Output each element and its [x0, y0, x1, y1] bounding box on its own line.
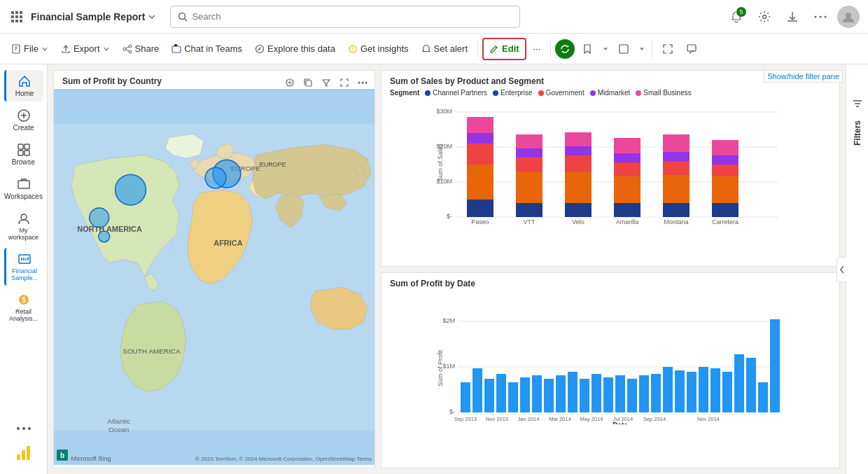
- svg-rect-125: [603, 377, 613, 412]
- comment-button[interactable]: [680, 38, 703, 60]
- sidebar-item-retail[interactable]: $ Retail Analysis...: [4, 288, 43, 326]
- svg-rect-133: [699, 367, 708, 412]
- insights-button[interactable]: Get insights: [342, 38, 414, 60]
- svg-point-17: [129, 45, 132, 48]
- sidebar-create-label: Create: [13, 124, 34, 132]
- fullscreen-button[interactable]: [657, 38, 679, 60]
- svg-rect-44: [17, 454, 20, 460]
- svg-point-37: [21, 214, 27, 220]
- top-bar-right: 5: [725, 6, 860, 28]
- map-bubble-usa-west[interactable]: [90, 208, 109, 228]
- svg-rect-137: [746, 358, 756, 412]
- svg-text:$30M: $30M: [436, 108, 452, 115]
- svg-text:$1M: $1M: [442, 363, 455, 370]
- download-button[interactable]: [781, 6, 804, 28]
- toolbar-more-button[interactable]: ···: [528, 38, 547, 60]
- sidebar-item-financial[interactable]: Financial Sample...: [4, 248, 43, 286]
- svg-rect-81: [565, 203, 592, 217]
- map-filter-button[interactable]: [318, 75, 334, 90]
- svg-rect-115: [484, 379, 494, 412]
- file-button[interactable]: File: [6, 38, 54, 60]
- svg-rect-124: [592, 374, 601, 412]
- legend-government: Government: [538, 89, 584, 97]
- map-bubble-usa-sw[interactable]: [99, 231, 110, 242]
- sidebar-item-my-workspace[interactable]: My workspace: [4, 207, 43, 245]
- svg-text:May 2014: May 2014: [580, 416, 603, 422]
- sales-chart-panel: Sum of Sales by Product and Segment Segm…: [381, 70, 840, 267]
- svg-rect-131: [675, 370, 685, 412]
- export-button[interactable]: Export: [55, 38, 115, 60]
- svg-text:Sum of Profit: Sum of Profit: [437, 349, 444, 386]
- map-focus-button[interactable]: [282, 75, 298, 90]
- svg-rect-78: [516, 148, 542, 158]
- svg-point-11: [763, 15, 766, 18]
- svg-rect-46: [27, 446, 30, 460]
- right-charts: Sum of Sales by Product and Segment Segm…: [381, 70, 840, 468]
- filters-label[interactable]: Filters: [853, 120, 862, 146]
- filter-bars-icon[interactable]: [852, 98, 863, 109]
- svg-rect-102: [712, 155, 738, 165]
- svg-text:Nov 2014: Nov 2014: [697, 416, 720, 422]
- search-input[interactable]: [192, 11, 512, 22]
- settings-button[interactable]: [753, 6, 776, 28]
- svg-text:AFRICA: AFRICA: [214, 239, 242, 247]
- collapse-filter-button[interactable]: [836, 257, 846, 282]
- svg-rect-95: [663, 161, 690, 175]
- view-button[interactable]: [612, 38, 635, 60]
- svg-text:$: $: [22, 296, 26, 304]
- svg-rect-36: [18, 181, 29, 188]
- notification-badge: 5: [736, 7, 746, 17]
- svg-rect-129: [651, 374, 661, 412]
- toolbar: File Export Share Chat in Teams Explore …: [0, 34, 868, 64]
- sidebar-item-workspaces[interactable]: Workspaces: [4, 173, 43, 204]
- sidebar-item-create[interactable]: Create: [4, 104, 43, 136]
- toolbar-divider3: [652, 41, 652, 57]
- svg-rect-96: [663, 152, 690, 161]
- svg-rect-0: [11, 11, 14, 14]
- map-bubble-canada[interactable]: [115, 174, 146, 205]
- view-chevron[interactable]: [636, 43, 648, 55]
- svg-rect-8: [20, 20, 22, 22]
- map-bubble-europe-med[interactable]: [205, 167, 226, 188]
- search-bar[interactable]: [170, 6, 520, 28]
- chat-teams-button[interactable]: Chat in Teams: [166, 38, 248, 60]
- svg-rect-94: [663, 175, 690, 203]
- svg-rect-100: [712, 176, 738, 203]
- share-button[interactable]: Share: [117, 38, 165, 60]
- bookmark-chevron[interactable]: [600, 43, 611, 55]
- svg-text:Velo: Velo: [572, 218, 584, 225]
- bar-chart-container: Sum of Sales by Product and Segment Segm…: [382, 71, 839, 266]
- legend-enterprise: Enterprise: [493, 89, 533, 97]
- sidebar-item-home[interactable]: Home: [4, 70, 43, 102]
- sidebar-more-button[interactable]: [4, 422, 43, 435]
- refresh-button[interactable]: [555, 39, 575, 59]
- svg-rect-122: [568, 372, 578, 412]
- bookmark-button[interactable]: [576, 38, 598, 60]
- map-copy-button[interactable]: [300, 75, 316, 90]
- svg-text:Sep 2013: Sep 2013: [454, 416, 477, 422]
- show-hide-filter-button[interactable]: Show/hide filter pane: [764, 70, 843, 83]
- map-expand-button[interactable]: [337, 75, 352, 90]
- map-container[interactable]: NORTH AMERICA SOUTH AMERICA AFRICA EUROP…: [54, 89, 374, 465]
- paseo-channel: [467, 200, 493, 217]
- user-avatar[interactable]: [837, 6, 860, 28]
- svg-rect-83: [565, 155, 592, 172]
- grid-icon[interactable]: [8, 8, 25, 25]
- edit-button[interactable]: Edit: [482, 38, 526, 60]
- notification-bell-button[interactable]: 5: [725, 6, 748, 28]
- explore-button[interactable]: Explore this data: [249, 38, 341, 60]
- svg-rect-5: [20, 15, 22, 18]
- svg-point-52: [362, 82, 364, 84]
- svg-text:SOUTH AMERICA: SOUTH AMERICA: [122, 347, 181, 355]
- svg-rect-33: [24, 144, 29, 149]
- svg-text:Sum of Sales: Sum of Sales: [437, 144, 444, 181]
- alert-button[interactable]: Set alert: [416, 38, 473, 60]
- app-title[interactable]: Financial Sample Report: [31, 11, 156, 22]
- svg-text:Sep 2014: Sep 2014: [643, 416, 666, 422]
- legend-midmarket: Midmarket: [590, 89, 631, 97]
- svg-text:$-: $-: [447, 213, 452, 220]
- map-more-button[interactable]: [355, 75, 370, 90]
- sidebar-item-browse[interactable]: Browse: [4, 139, 43, 170]
- more-options-button[interactable]: [809, 6, 832, 28]
- svg-line-10: [185, 18, 188, 21]
